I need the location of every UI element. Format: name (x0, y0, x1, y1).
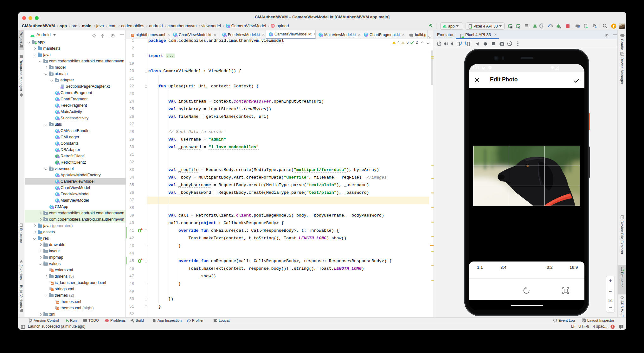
svg-text:A: A (518, 26, 520, 29)
